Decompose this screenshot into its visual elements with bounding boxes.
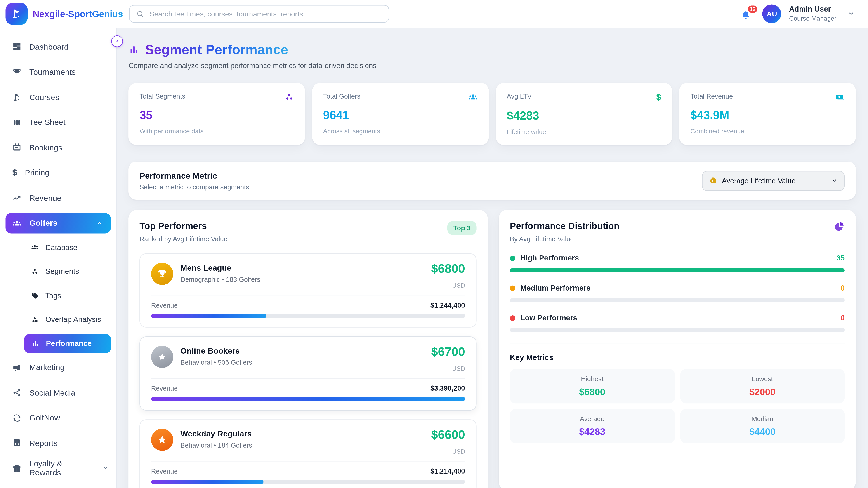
sidebar-item-revenue[interactable]: Revenue	[0, 185, 116, 210]
performer-card-weekday-regulars[interactable]: Weekday Regulars Behavioral • 184 Golfer…	[140, 419, 476, 488]
top3-badge: Top 3	[447, 221, 477, 235]
key-metric-value: $6800	[579, 387, 605, 398]
header-right: 12 AU Admin User Course Manager	[740, 4, 868, 23]
sidebar-item-bookings[interactable]: Bookings	[0, 135, 116, 160]
sidebar-item-label: Tournaments	[29, 68, 76, 76]
sidebar-subitem-database[interactable]: Database	[0, 235, 116, 260]
stat-cards-row: Total Segments 35 With performance data …	[128, 83, 856, 145]
metric-select[interactable]: $ Average Lifetime Value	[702, 171, 845, 191]
distribution-row-low: Low Performers 0	[510, 314, 845, 332]
distribution-track	[510, 298, 845, 302]
distribution-value: 0	[841, 284, 845, 292]
chevron-down-icon	[831, 177, 837, 184]
sidebar-subitem-label: Database	[45, 243, 78, 252]
sidebar-item-label: Tee Sheet	[29, 118, 66, 127]
gold-trophy-medal-icon	[151, 263, 174, 285]
chevron-down-icon	[102, 465, 108, 471]
sidebar-item-golfers[interactable]: Golfers	[5, 213, 111, 233]
tag-icon	[31, 292, 39, 299]
sidebar-item-courses[interactable]: Courses	[0, 85, 116, 110]
sidebar-subitem-label: Segments	[45, 267, 79, 275]
silver-star-medal-icon	[151, 346, 174, 368]
revenue-progress-track	[151, 397, 465, 401]
distribution-subtitle: By Avg Lifetime Value	[510, 235, 620, 243]
performer-card-online-bookers[interactable]: Online Bookers Behavioral • 506 Golfers …	[140, 336, 476, 411]
sidebar-item-pricing[interactable]: $ Pricing	[0, 160, 116, 185]
performer-currency: USD	[431, 282, 465, 289]
stat-value: 35	[140, 108, 294, 122]
sidebar-subitem-label: Tags	[45, 291, 61, 300]
search-input[interactable]	[149, 10, 382, 18]
sidebar-item-label: Bookings	[29, 143, 62, 152]
sidebar-subitem-label: Overlap Analysis	[45, 316, 101, 324]
megaphone-icon	[12, 363, 22, 372]
stat-label: Total Revenue	[690, 92, 733, 100]
sidebar-item-tournaments[interactable]: Tournaments	[0, 59, 116, 85]
stat-label: Total Segments	[140, 92, 185, 100]
key-metric-highest: Highest $6800	[510, 369, 675, 403]
brand-block[interactable]: Nexgile-SportGenius	[0, 3, 117, 25]
bar-chart-icon	[32, 339, 39, 347]
sidebar-subitem-tags[interactable]: Tags	[0, 284, 116, 308]
stat-card-total-golfers: Total Golfers 9641 Across all segments	[312, 83, 489, 145]
performer-meta: Behavioral • 506 Golfers	[180, 359, 252, 366]
sidebar-subitem-performance[interactable]: Performance	[24, 334, 111, 353]
sidebar-item-label: Golfers	[29, 219, 57, 227]
sidebar-item-marketing[interactable]: Marketing	[0, 355, 116, 380]
shapes-icon	[31, 316, 39, 324]
search-icon	[136, 10, 145, 18]
sidebar-item-label: GolfNow	[29, 414, 60, 422]
sidebar-item-loyalty-rewards[interactable]: Loyalty & Rewards	[0, 456, 116, 481]
page-subtitle: Compare and analyze segment performance …	[128, 61, 856, 70]
report-chart-icon	[12, 438, 22, 448]
revenue-value: $1,244,400	[430, 302, 465, 309]
dollar-icon: $	[656, 92, 661, 102]
revenue-label: Revenue	[151, 467, 178, 475]
pie-chart-icon	[834, 221, 845, 232]
stat-card-total-segments: Total Segments 35 With performance data	[128, 83, 305, 145]
sidebar-item-social-media[interactable]: Social Media	[0, 380, 116, 405]
share-icon	[12, 388, 22, 397]
page-title: Segment Performance	[145, 42, 288, 58]
sidebar-item-golfnow[interactable]: GolfNow	[0, 405, 116, 430]
key-metric-label: Highest	[581, 375, 603, 383]
columns-icon	[12, 118, 22, 127]
sidebar-item-label: Revenue	[29, 194, 61, 202]
sidebar-item-label: Marketing	[29, 363, 65, 372]
calendar-icon	[12, 143, 22, 152]
sidebar-item-tee-sheet[interactable]: Tee Sheet	[0, 110, 116, 135]
sidebar-item-reports[interactable]: Reports	[0, 430, 116, 455]
sidebar-subitem-segments[interactable]: Segments	[0, 260, 116, 284]
avatar[interactable]: AU	[763, 4, 781, 23]
sidebar: Dashboard Tournaments Courses Tee Sheet …	[0, 28, 117, 488]
user-menu-chevron-down-icon[interactable]	[847, 10, 855, 18]
revenue-progress-fill	[151, 397, 465, 401]
key-metric-lowest: Lowest $2000	[680, 369, 845, 403]
status-dot	[510, 255, 515, 261]
dots-cluster-icon	[284, 92, 294, 102]
performance-metric-bar: Performance Metric Select a metric to co…	[128, 162, 856, 200]
top-performers-panel: Top Performers Ranked by Avg Lifetime Va…	[128, 210, 488, 488]
global-search[interactable]	[129, 5, 389, 23]
key-metric-label: Lowest	[752, 375, 773, 383]
performer-card-mens-league[interactable]: Mens League Demographic • 183 Golfers $6…	[140, 254, 476, 328]
sidebar-collapse-button[interactable]	[111, 35, 123, 47]
distribution-fill	[510, 268, 845, 272]
app-root: Nexgile-SportGenius 12 AU Admin User Cou…	[0, 0, 868, 488]
notifications-button[interactable]: 12	[740, 5, 755, 22]
distribution-label: Medium Performers	[520, 284, 591, 292]
distribution-value: 0	[841, 314, 845, 322]
money-bag-icon: $	[709, 176, 717, 185]
performer-currency: USD	[431, 448, 465, 455]
user-name: Admin User	[789, 5, 837, 14]
performer-value: $6600	[431, 428, 465, 442]
user-info: Admin User Course Manager	[789, 5, 837, 23]
sidebar-subitem-overlap-analysis[interactable]: Overlap Analysis	[0, 308, 116, 332]
main-content: Segment Performance Compare and analyze …	[117, 28, 868, 488]
key-metric-average: Average $4283	[510, 409, 675, 443]
stat-label: Avg LTV	[507, 92, 532, 100]
revenue-progress-fill	[151, 480, 264, 484]
golf-flag-icon	[12, 93, 22, 102]
metric-selected-value: Average Lifetime Value	[722, 176, 796, 185]
sidebar-item-dashboard[interactable]: Dashboard	[0, 34, 116, 59]
